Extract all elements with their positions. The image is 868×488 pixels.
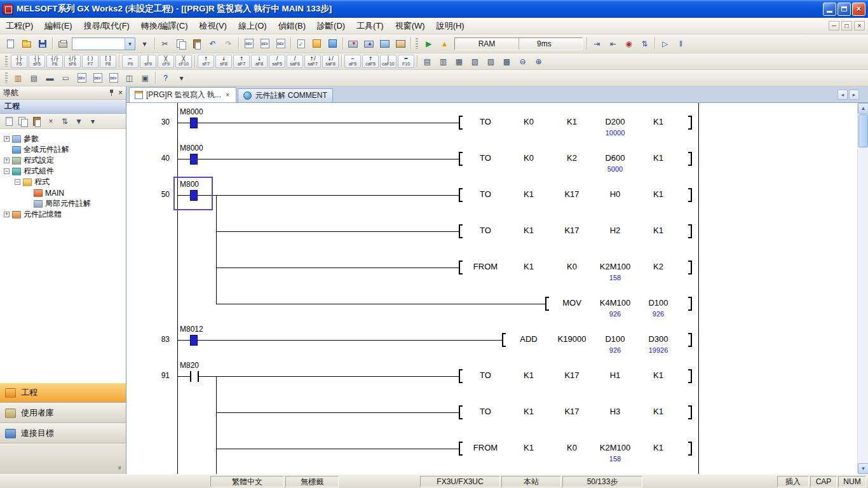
vertical-scrollbar[interactable]: ▲ ▼ [857,103,868,474]
device-display-icon[interactable]: ▨ [484,55,498,69]
operand[interactable]: K2M100 [593,262,637,272]
operand[interactable]: K1 [637,443,680,453]
tab-close-icon[interactable]: × [224,92,231,98]
device-comment-display-icon[interactable]: DEV [74,71,89,85]
zoom-in-icon[interactable]: ⊕ [531,55,546,69]
ladder-symbol-aF5-button[interactable]: ─aF5 [344,55,361,68]
zoom-out-icon[interactable]: ⊖ [515,55,530,69]
operand[interactable]: K0 [550,262,593,272]
device-note-display-icon[interactable]: DEV [106,71,121,85]
combo-dropdown-icon[interactable]: ▾ [125,38,135,50]
operand[interactable]: D200 [593,117,637,127]
restore-button[interactable] [837,3,851,16]
tab-1[interactable]: 元件註解 COMMENT [238,88,332,102]
ladder-symbol-F6-button[interactable]: ┤/├F6 [46,55,63,68]
step-execution-icon[interactable]: ⇥ [590,37,604,51]
redo-icon[interactable]: ↷ [221,37,236,51]
expand-icon[interactable]: + [4,158,10,163]
tree-item-0[interactable]: +參數 [0,133,126,144]
collapse-icon[interactable]: − [4,168,10,174]
operand[interactable]: K1 [507,262,550,272]
contact-M8000[interactable] [190,118,198,128]
instruction-name[interactable]: TO [464,407,507,417]
tree-item-2[interactable]: +程式設定 [0,155,126,166]
intelligent-module-icon[interactable]: ▣ [138,71,153,85]
new-data-icon[interactable] [3,115,15,128]
operand[interactable]: D100 [637,298,680,308]
ladder-symbol-F7-button[interactable]: ( )F7 [82,55,98,68]
navigation-window-icon[interactable]: ▥ [11,71,25,85]
watch-window-icon[interactable]: ◫ [122,71,137,85]
function-block-selection-icon[interactable]: ▤ [27,71,41,85]
write-to-plc-icon[interactable] [346,37,360,51]
ladder-symbol-saF7-button[interactable]: ↑/saF7 [304,55,321,68]
operand[interactable]: K17 [550,189,593,200]
operand[interactable]: K1 [637,189,680,200]
help-icon[interactable]: ? [158,71,173,85]
operand[interactable]: K1 [637,370,680,381]
operand[interactable]: K2 [550,153,593,163]
combo-menu-icon[interactable]: ▾ [137,37,152,51]
operand[interactable]: K4M100 [593,298,637,308]
operand[interactable]: K19000 [550,334,593,344]
ladder-symbol-saF6-button[interactable]: /saF6 [287,55,303,68]
menu-item-0[interactable]: 工程(P) [0,18,39,34]
monitor-stop-icon[interactable]: ▲ [437,37,452,51]
child-restore-button[interactable]: □ [841,21,852,30]
copy-icon[interactable] [173,37,188,51]
cut-icon[interactable]: ✂ [158,37,172,51]
view-button-2[interactable]: 連接目標 [0,423,126,444]
ladder-symbol-saF8-button[interactable]: ↓/saF8 [322,55,339,68]
tree-item-6[interactable]: 局部元件註解 [0,198,126,209]
menu-item-2[interactable]: 搜尋/取代(F) [78,18,135,34]
device-note-icon[interactable]: DEV [273,37,288,51]
open-project-icon[interactable] [19,37,34,51]
expand-icon[interactable]: + [4,212,10,217]
instruction-name[interactable]: MOV [550,298,593,308]
ladder-symbol-sF6-button[interactable]: ┤/├sF6 [64,55,81,68]
operand[interactable]: H3 [593,407,637,417]
new-project-icon[interactable] [3,37,18,51]
operand[interactable]: K2M100 [593,443,637,453]
operand[interactable]: K17 [550,226,593,236]
ladder-symbol-aF7-button[interactable]: ↑aF7 [233,55,250,68]
instruction-name[interactable]: FROM [464,443,507,453]
collapse-icon[interactable]: − [15,179,20,185]
sort-icon[interactable]: ⇅ [58,115,71,128]
operand[interactable]: K17 [550,370,593,381]
expand-icon[interactable]: + [4,136,10,142]
comment-display-icon[interactable]: ▤ [420,55,435,69]
undo-icon[interactable]: ↶ [205,37,220,51]
paste-icon[interactable] [189,37,204,51]
save-project-icon[interactable] [35,37,50,51]
run-icon[interactable]: ▷ [658,37,672,51]
scroll-down-icon[interactable]: ▼ [858,463,868,474]
find-dropdown-icon[interactable]: ▾ [174,71,189,85]
ladder-symbol-sF9-button[interactable]: │sF9 [140,55,156,68]
menu-item-1[interactable]: 編輯(E) [39,18,78,34]
ladder-symbol-F9-button[interactable]: ─F9 [122,55,139,68]
display-format-icon[interactable]: ▧ [468,55,482,69]
contact-M8000[interactable] [190,154,198,165]
menu-item-6[interactable]: 偵錯(B) [273,18,311,34]
operand[interactable]: K1 [550,117,593,127]
operand[interactable]: D100 [593,334,637,344]
program-check-icon[interactable] [294,37,308,51]
keyword-combo[interactable]: ▾ [72,37,135,50]
instruction-name[interactable]: TO [464,226,507,236]
ladder-canvas[interactable]: 30M8000TOK0K1D20010000K140M8000TOK0K2D60… [126,103,857,474]
scrollbar-thumb[interactable] [858,114,868,147]
ladder-symbol-saF5-button[interactable]: /saF5 [269,55,285,68]
ladder-symbol-sF7-button[interactable]: ↑sF7 [198,55,214,68]
operand[interactable]: H0 [593,189,637,200]
ladder-symbol-cF10-button[interactable]: ╳cF10 [175,55,192,68]
operand[interactable]: K1 [507,226,550,236]
ladder-symbol-caF10-button[interactable]: │caF10 [380,55,397,68]
tab-0[interactable]: [PRG]R 監視寫入 執...× [129,87,236,102]
docking-window-icon[interactable]: ▭ [58,71,73,85]
menu-item-7[interactable]: 診斷(D) [311,18,351,34]
device-statement-icon[interactable]: DEV [257,37,272,51]
instruction-name[interactable]: FROM [464,262,507,272]
contact-M8012[interactable] [190,335,198,346]
minimize-button[interactable] [823,3,836,16]
